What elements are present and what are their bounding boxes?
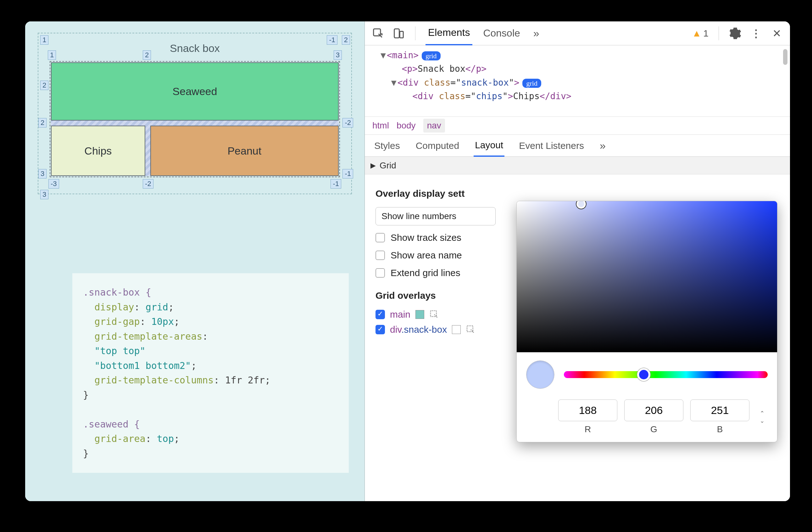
label-track-sizes: Show track sizes (391, 232, 461, 243)
checkbox-track-sizes[interactable] (376, 233, 385, 242)
label-extend-lines: Extend grid lines (391, 268, 460, 278)
devtools-window: 1 -1 2 2 3 Snack box 1 2 3 2 -2 3 -3 -2 … (25, 22, 790, 501)
crumb-nav[interactable]: nav (423, 119, 445, 132)
crumb-html[interactable]: html (372, 121, 389, 131)
line-num: -1 (343, 169, 353, 179)
hue-knob[interactable] (637, 368, 650, 381)
line-num: -2 (143, 179, 154, 188)
snack-box-grid: Seaweed Chips Peanut (51, 62, 339, 176)
cell-peanut: Peanut (150, 126, 339, 176)
checkbox-overlay-main[interactable] (376, 310, 385, 319)
kebab-icon[interactable]: ⋮ (750, 27, 762, 40)
subtab-styles[interactable]: Styles (373, 135, 401, 156)
overlay-name-snackbox[interactable]: div.snack-box (390, 324, 447, 335)
input-r[interactable] (558, 400, 617, 421)
devtools-panel: Elements Console » ▲ 1 ⋮ ✕ ▼<main>grid <… (365, 22, 790, 501)
saturation-indicator[interactable] (577, 201, 586, 209)
warning-count: 1 (703, 28, 709, 39)
close-icon[interactable]: ✕ (770, 27, 783, 40)
inspect-icon[interactable] (372, 27, 384, 40)
saturation-field[interactable] (517, 201, 777, 352)
page-viewport: 1 -1 2 2 3 Snack box 1 2 3 2 -2 3 -3 -2 … (25, 22, 365, 501)
separator (719, 26, 719, 40)
checkbox-extend-lines[interactable] (376, 268, 385, 278)
more-tabs-icon[interactable]: » (531, 22, 542, 45)
color-swatch-snackbox[interactable] (452, 325, 461, 334)
line-num: 2 (40, 81, 48, 90)
device-icon[interactable] (392, 27, 405, 40)
color-picker: R G B ⌃⌄ (517, 201, 778, 442)
separator (415, 26, 416, 40)
line-num: 3 (40, 190, 48, 199)
grid-overlay-outer: 1 -1 2 2 3 Snack box 1 2 3 2 -2 3 -3 -2 … (38, 33, 352, 194)
color-mode-switcher[interactable]: ⌃⌄ (756, 400, 768, 434)
line-num: 2 (38, 118, 46, 127)
checkbox-overlay-snackbox[interactable] (376, 325, 385, 334)
input-g[interactable] (624, 400, 683, 421)
line-num: -2 (343, 118, 353, 127)
color-swatch-main[interactable] (416, 310, 424, 319)
line-num: -3 (48, 179, 59, 188)
label-b: B (690, 424, 750, 434)
svg-rect-1 (394, 29, 400, 38)
hue-slider[interactable] (564, 371, 768, 378)
settings-icon[interactable] (729, 27, 742, 40)
cell-chips: Chips (51, 126, 145, 176)
line-num: 3 (334, 51, 342, 60)
grid-badge[interactable]: grid (522, 79, 541, 88)
breadcrumb[interactable]: html body nav (365, 116, 790, 135)
cell-seaweed: Seaweed (51, 62, 339, 121)
grid-badge[interactable]: grid (422, 51, 440, 60)
warning-counter[interactable]: ▲ 1 (692, 28, 709, 39)
main-toolbar: Elements Console » ▲ 1 ⋮ ✕ (365, 22, 790, 45)
label-area-names: Show area name (391, 250, 462, 261)
input-b[interactable] (690, 400, 750, 421)
sidebar-tabs: Styles Computed Layout Event Listeners » (365, 135, 790, 157)
tab-console[interactable]: Console (480, 22, 522, 45)
line-num: -1 (331, 179, 341, 188)
overlay-settings-heading: Overlay display sett (376, 188, 779, 199)
page-title: Snack box (38, 42, 351, 54)
line-num: 2 (143, 51, 151, 60)
color-preview-swatch[interactable] (526, 361, 554, 389)
tab-elements[interactable]: Elements (425, 22, 472, 45)
grid-section-header[interactable]: ▶ Grid (365, 157, 790, 174)
warning-icon: ▲ (692, 28, 701, 39)
more-subtabs-icon[interactable]: » (598, 135, 607, 157)
label-g: G (624, 424, 683, 434)
crumb-body[interactable]: body (396, 121, 416, 131)
svg-rect-2 (400, 31, 403, 38)
label-r: R (558, 424, 617, 434)
css-code-box: .snack-box { display: grid; grid-gap: 10… (72, 273, 349, 473)
grid-overlay-inner: 1 2 3 2 -2 3 -3 -2 -1 -1 Seaweed Chips P… (50, 61, 340, 177)
checkbox-area-names[interactable] (376, 251, 385, 260)
dom-scrollbar[interactable] (783, 49, 787, 65)
dom-tree[interactable]: ▼<main>grid <p>Snack box</p> ▼<div class… (365, 45, 790, 116)
highlight-icon[interactable] (466, 324, 476, 335)
disclosure-triangle-icon: ▶ (371, 162, 376, 170)
line-numbers-dropdown[interactable]: Show line numbers (376, 207, 496, 225)
subtab-layout[interactable]: Layout (474, 135, 505, 157)
subtab-events[interactable]: Event Listeners (518, 135, 585, 156)
grid-section-title: Grid (380, 160, 396, 171)
line-num: 1 (48, 51, 56, 60)
highlight-icon[interactable] (429, 309, 439, 320)
overlay-name-main[interactable]: main (390, 309, 410, 320)
subtab-computed[interactable]: Computed (415, 135, 460, 156)
line-num: 3 (38, 169, 46, 179)
